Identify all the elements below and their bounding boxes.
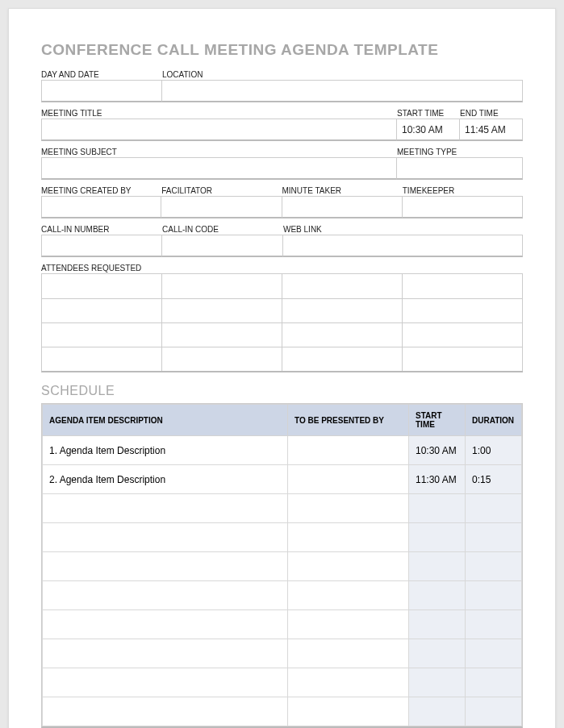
input-day-date[interactable] — [41, 80, 162, 102]
attendee-cell[interactable] — [403, 274, 523, 298]
schedule-header-presented: TO BE PRESENTED BY — [288, 405, 409, 436]
attendee-cell[interactable] — [162, 322, 282, 347]
schedule-cell-duration[interactable] — [466, 552, 522, 581]
attendee-cell[interactable] — [162, 298, 282, 322]
field-meeting-subject: MEETING SUBJECT — [41, 148, 397, 180]
schedule-header-row: AGENDA ITEM DESCRIPTION TO BE PRESENTED … — [43, 405, 522, 436]
attendee-cell[interactable] — [282, 347, 403, 371]
schedule-cell-start[interactable] — [409, 581, 466, 610]
row-date-location: DAY AND DATE LOCATION — [41, 70, 523, 102]
attendee-cell[interactable] — [403, 322, 523, 347]
schedule-cell-desc[interactable] — [43, 523, 288, 552]
schedule-cell-desc[interactable] — [43, 668, 288, 697]
label-timekeeper: TIMEKEEPER — [403, 186, 523, 195]
attendee-cell[interactable] — [42, 274, 162, 298]
field-facilitator: FACILITATOR — [161, 186, 282, 218]
input-callin-code[interactable] — [162, 235, 283, 257]
input-location[interactable] — [162, 80, 523, 102]
schedule-row: 2. Agenda Item Description11:30 AM0:15 — [43, 465, 522, 494]
schedule-cell-presented[interactable] — [288, 610, 409, 639]
row-people: MEETING CREATED BY FACILITATOR MINUTE TA… — [41, 186, 523, 218]
schedule-cell-start[interactable]: 10:30 AM — [409, 436, 466, 465]
schedule-cell-presented[interactable] — [288, 436, 409, 465]
schedule-cell-start[interactable] — [409, 668, 466, 697]
row-title-times: MEETING TITLE START TIME 10:30 AM END TI… — [41, 109, 523, 141]
schedule-cell-start[interactable] — [409, 610, 466, 639]
schedule-cell-desc[interactable] — [43, 697, 288, 726]
label-callin-number: CALL-IN NUMBER — [41, 225, 162, 234]
schedule-row — [43, 610, 522, 639]
schedule-cell-duration[interactable]: 1:00 — [466, 436, 522, 465]
schedule-row — [43, 581, 522, 610]
page-title: CONFERENCE CALL MEETING AGENDA TEMPLATE — [41, 41, 523, 59]
schedule-cell-duration[interactable]: 0:15 — [466, 465, 522, 494]
input-start-time[interactable]: 10:30 AM — [397, 119, 460, 141]
schedule-cell-presented[interactable] — [288, 697, 409, 726]
schedule-cell-start[interactable] — [409, 523, 466, 552]
input-end-time[interactable]: 11:45 AM — [460, 119, 523, 141]
input-callin-number[interactable] — [41, 235, 162, 257]
schedule-cell-desc[interactable] — [43, 552, 288, 581]
schedule-cell-duration[interactable] — [466, 581, 522, 610]
schedule-cell-presented[interactable] — [288, 465, 409, 494]
schedule-cell-start[interactable]: 11:30 AM — [409, 465, 466, 494]
schedule-cell-desc[interactable] — [43, 610, 288, 639]
attendees-grid — [41, 273, 523, 372]
schedule-cell-presented[interactable] — [288, 552, 409, 581]
schedule-cell-desc[interactable]: 1. Agenda Item Description — [43, 436, 288, 465]
attendee-cell[interactable] — [42, 322, 162, 347]
schedule-cell-presented[interactable] — [288, 523, 409, 552]
schedule-cell-desc[interactable] — [43, 639, 288, 668]
schedule-cell-desc[interactable] — [43, 581, 288, 610]
attendee-cell[interactable] — [162, 274, 282, 298]
schedule-cell-duration[interactable] — [466, 697, 522, 726]
attendee-cell[interactable] — [42, 347, 162, 371]
schedule-cell-duration[interactable] — [466, 494, 522, 523]
schedule-row — [43, 668, 522, 697]
schedule-cell-duration[interactable] — [466, 610, 522, 639]
label-web-link: WEB LINK — [283, 225, 523, 234]
schedule-wrap: AGENDA ITEM DESCRIPTION TO BE PRESENTED … — [41, 403, 523, 728]
label-meeting-subject: MEETING SUBJECT — [41, 148, 397, 156]
attendee-cell[interactable] — [403, 298, 523, 322]
label-facilitator: FACILITATOR — [161, 186, 282, 195]
input-meeting-title[interactable] — [41, 119, 397, 141]
schedule-cell-start[interactable] — [409, 494, 466, 523]
schedule-cell-desc[interactable] — [43, 494, 288, 523]
row-subject-type: MEETING SUBJECT MEETING TYPE — [41, 148, 523, 180]
attendee-cell[interactable] — [42, 298, 162, 322]
attendee-cell[interactable] — [282, 298, 403, 322]
input-created-by[interactable] — [41, 196, 161, 218]
schedule-cell-presented[interactable] — [288, 639, 409, 668]
field-meeting-type: MEETING TYPE — [397, 148, 523, 180]
field-start-time: START TIME 10:30 AM — [397, 109, 460, 141]
label-location: LOCATION — [162, 70, 523, 79]
schedule-cell-duration[interactable] — [466, 523, 522, 552]
input-timekeeper[interactable] — [403, 196, 523, 218]
schedule-cell-duration[interactable] — [466, 668, 522, 697]
schedule-cell-start[interactable] — [409, 697, 466, 726]
schedule-row: 1. Agenda Item Description10:30 AM1:00 — [43, 436, 522, 465]
attendee-cell[interactable] — [162, 347, 282, 371]
attendee-cell[interactable] — [282, 322, 403, 347]
row-callin: CALL-IN NUMBER CALL-IN CODE WEB LINK — [41, 225, 523, 257]
schedule-header-duration: DURATION — [466, 405, 522, 436]
schedule-cell-desc[interactable]: 2. Agenda Item Description — [43, 465, 288, 494]
attendee-cell[interactable] — [282, 274, 403, 298]
input-meeting-type[interactable] — [397, 157, 523, 180]
input-minute-taker[interactable] — [282, 196, 403, 218]
schedule-row — [43, 523, 522, 552]
schedule-cell-start[interactable] — [409, 639, 466, 668]
schedule-cell-start[interactable] — [409, 552, 466, 581]
attendee-cell[interactable] — [403, 347, 523, 371]
input-web-link[interactable] — [283, 235, 523, 257]
field-minute-taker: MINUTE TAKER — [282, 186, 403, 218]
label-day-date: DAY AND DATE — [41, 70, 162, 79]
schedule-cell-duration[interactable] — [466, 639, 522, 668]
input-facilitator[interactable] — [161, 196, 282, 218]
input-meeting-subject[interactable] — [41, 157, 397, 180]
schedule-cell-presented[interactable] — [288, 494, 409, 523]
schedule-cell-presented[interactable] — [288, 581, 409, 610]
schedule-cell-presented[interactable] — [288, 668, 409, 697]
field-web-link: WEB LINK — [283, 225, 523, 257]
